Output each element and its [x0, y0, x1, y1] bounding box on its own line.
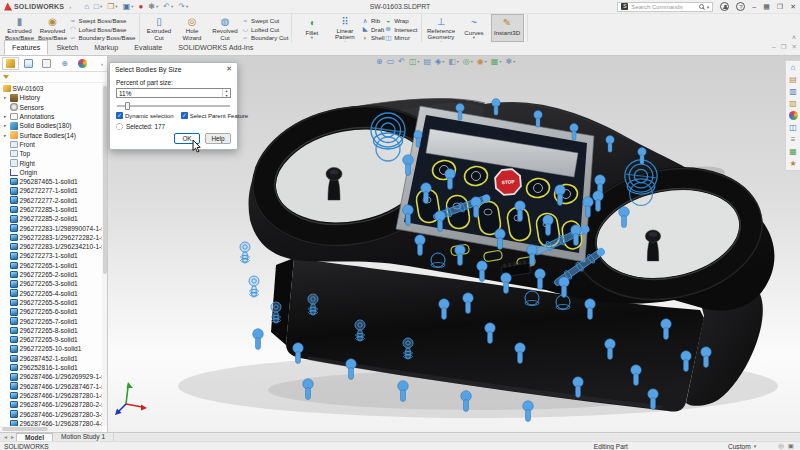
dropdown-icon[interactable]: ▾	[485, 59, 487, 64]
appearances-icon[interactable]	[789, 111, 798, 120]
expand-arrow-icon[interactable]: ▸	[4, 123, 8, 128]
tab-displaymanager[interactable]	[74, 57, 91, 70]
reference-geometry-button[interactable]: ⊥ReferenceGeometry▾	[425, 14, 458, 42]
tab-scroll-left-icon[interactable]: ◂	[2, 433, 9, 441]
tree-item[interactable]: 296272265-1-solid1	[0, 261, 107, 270]
tree-horizontal-scrollbar[interactable]	[0, 426, 102, 432]
dropdown-icon[interactable]: ▾	[131, 4, 133, 9]
doc-minimize-icon[interactable]: –	[772, 43, 776, 51]
help-button[interactable]: Help	[205, 133, 231, 144]
tree-item[interactable]: 296272265-7-solid1	[0, 316, 107, 325]
search-commands-box[interactable]: S Search Commands ▾	[617, 2, 713, 12]
tab-evaluate[interactable]: Evaluate	[126, 40, 170, 55]
tree-item[interactable]: 296287466-1/296269929-1-solid1	[0, 372, 107, 381]
edit-appearance-button[interactable]: ◉▾	[477, 57, 487, 66]
tree-item[interactable]: Origin	[0, 168, 107, 177]
dynamic-selection-checkbox[interactable]: ✓ Dynamic selection	[116, 112, 174, 119]
extruded-boss-button[interactable]: ▮ExtrudedBoss/Base	[3, 14, 36, 42]
tree-item[interactable]: 296287466-1/296287280-3-solid1	[0, 409, 107, 418]
section-view-button[interactable]: ◫▾	[409, 57, 420, 66]
tree-item[interactable]: 296272265-6-solid1	[0, 307, 107, 316]
window-layout-button[interactable]: ▦	[763, 2, 770, 12]
tree-item[interactable]: 296272283-1/298990074-1-solid1	[0, 223, 107, 232]
tree-vertical-scrollbar[interactable]	[102, 84, 107, 426]
percent-slider[interactable]	[116, 101, 231, 110]
save-button[interactable]: ▣▾	[123, 2, 134, 12]
design-library-icon[interactable]: ▥	[789, 87, 797, 96]
tree-item[interactable]: 296272273-1-solid1	[0, 251, 107, 260]
wrap-button[interactable]: ◒Wrap	[385, 17, 418, 25]
slider-handle[interactable]	[125, 102, 130, 110]
panel-tabs-overflow-icon[interactable]: ›	[101, 61, 105, 67]
selection-screw-marker[interactable]	[249, 276, 259, 297]
status-panel-icon[interactable]: ▣	[788, 442, 794, 450]
tree-item[interactable]: 296272265-5-solid1	[0, 298, 107, 307]
dialog-close-icon[interactable]: ✕	[226, 65, 232, 73]
fillet-button[interactable]: ◖Fillet▾	[295, 14, 328, 42]
status-tag-icon[interactable]: ◎	[778, 442, 784, 450]
brand-chevron-icon[interactable]: ›	[69, 4, 71, 10]
lofted-boss-button[interactable]: ◠Lofted Boss/Base	[69, 26, 136, 34]
dropdown-icon[interactable]: ▾	[471, 59, 473, 64]
expand-arrow-icon[interactable]: ▸	[4, 133, 8, 138]
selection-screw-marker[interactable]	[240, 242, 250, 263]
tree-item[interactable]: 296272277-2-solid1	[0, 196, 107, 205]
rib-button[interactable]: ∧Rib	[361, 17, 384, 25]
doc-restore-icon[interactable]: ❐	[781, 43, 787, 51]
hole-wizard-button[interactable]: ◎HoleWizard	[176, 14, 209, 42]
tree-item[interactable]: 296272265-8-solid1	[0, 326, 107, 335]
tree-item[interactable]: 296287452-1-solid1	[0, 354, 107, 363]
expand-arrow-icon[interactable]: ▸	[4, 95, 8, 100]
revolved-cut-button[interactable]: ◍RevolvedCut	[209, 14, 242, 42]
redo-button[interactable]: ↷▾	[178, 2, 188, 12]
expand-arrow-icon[interactable]: ▸	[4, 114, 8, 119]
dropdown-icon[interactable]: ▾	[100, 4, 102, 9]
checkbox-checked-icon[interactable]: ✓	[181, 112, 188, 119]
tree-item[interactable]: 296287465-1-solid1	[0, 177, 107, 186]
resources-icon[interactable]: ▤	[789, 75, 797, 84]
shell-button[interactable]: ◗Shell	[361, 34, 384, 42]
file-explorer-icon[interactable]: ▧	[789, 99, 797, 108]
revolved-boss-button[interactable]: ◉RevolvedBoss/Base	[36, 14, 69, 42]
tree-item[interactable]: Right	[0, 158, 107, 167]
linear-pattern-button[interactable]: ⠿LinearPattern▾	[328, 14, 361, 42]
dropdown-icon[interactable]: ▾	[418, 59, 420, 64]
mirror-button[interactable]: ◫Mirror	[385, 34, 418, 42]
tree-item[interactable]: Sensors	[0, 103, 107, 112]
tree-item[interactable]: 296287466-1/296287280-2-solid1	[0, 400, 107, 409]
tab-featuremanager[interactable]	[2, 57, 19, 70]
dropdown-icon[interactable]: ▾	[473, 36, 475, 40]
dynamic-annotation-button[interactable]: ▤	[424, 57, 432, 66]
percent-input[interactable]: 11% ▴ ▾	[116, 88, 231, 98]
options-gear-button[interactable]: ✱▾	[148, 2, 158, 12]
tree-item[interactable]: ▸Solid Bodies(180)	[0, 121, 107, 130]
spin-down-icon[interactable]: ▾	[223, 94, 230, 99]
close-button[interactable]: ✕	[790, 2, 796, 12]
tree-item[interactable]: 296287466-1/296287280-1-solid1	[0, 391, 107, 400]
zoom-area-button[interactable]: ▭	[387, 57, 395, 66]
dropdown-icon[interactable]: ▾	[442, 59, 444, 64]
tree-item[interactable]: 296252816-1-solid1	[0, 363, 107, 372]
search-icon[interactable]	[699, 4, 704, 9]
tab-sketch[interactable]: Sketch	[48, 40, 86, 55]
dropdown-icon[interactable]: ▾	[499, 59, 501, 64]
tree-root-item[interactable]: SW-01603	[0, 84, 107, 93]
tree-item[interactable]: 296272265-2-solid1	[0, 270, 107, 279]
dropdown-icon[interactable]: ▾	[115, 4, 117, 9]
doctab-motion-study-1[interactable]: Motion Study 1	[53, 433, 114, 441]
tab-propertymanager[interactable]	[20, 57, 37, 70]
tab-solidworks-add-ins[interactable]: SOLIDWORKS Add-Ins	[170, 40, 261, 55]
apply-scene-button[interactable]: ▦▾	[491, 57, 502, 66]
solidworks-add-icon[interactable]: ★	[789, 159, 796, 168]
view-palette-icon[interactable]: ◫	[789, 123, 797, 132]
percent-spinner[interactable]: ▴ ▾	[222, 89, 230, 97]
stop-button[interactable]: STOP	[494, 168, 521, 195]
open-file-button[interactable]: ❒▾	[107, 2, 117, 12]
filter-funnel-icon[interactable]	[3, 75, 9, 79]
dropdown-icon[interactable]: ▾	[186, 4, 188, 9]
dropdown-icon[interactable]: ▾	[156, 4, 158, 9]
swept-boss-button[interactable]: ≈Swept Boss/Base	[69, 17, 136, 25]
tree-item[interactable]: 296272265-9-solid1	[0, 335, 107, 344]
tab-configurationmanager[interactable]	[38, 57, 55, 70]
tab-scroll-right-icon[interactable]: ▸	[9, 433, 16, 441]
